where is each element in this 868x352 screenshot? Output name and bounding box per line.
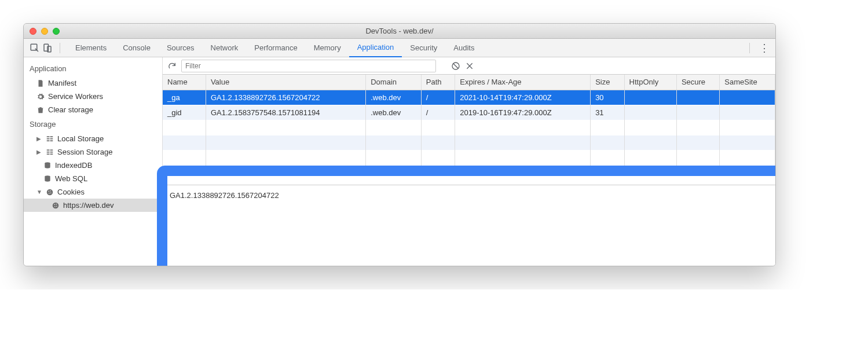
- cell-secure: [676, 105, 719, 120]
- cell-value: GA1.2.1583757548.1571081194: [206, 105, 365, 120]
- col-path[interactable]: Path: [421, 75, 455, 90]
- device-toggle-icon[interactable]: [42, 43, 53, 53]
- sidebar-item-label: Clear storage: [48, 105, 93, 114]
- refresh-icon[interactable]: [167, 61, 177, 71]
- sidebar-item-session-storage[interactable]: ▶ Session Storage: [24, 145, 162, 159]
- sidebar-item-service-workers[interactable]: Service Workers: [24, 90, 162, 103]
- cell-expires: 2021-10-14T19:47:29.000Z: [455, 90, 591, 105]
- database-icon: [43, 162, 52, 170]
- tab-console[interactable]: Console: [115, 39, 159, 57]
- inspect-icon[interactable]: [30, 43, 40, 53]
- svg-point-24: [56, 203, 57, 204]
- database-icon: [43, 175, 52, 183]
- sidebar-item-cookies[interactable]: ▼ Cookies: [24, 185, 162, 199]
- svg-rect-5: [47, 138, 50, 139]
- cell-samesite: [720, 90, 775, 105]
- expand-arrow-icon: ▶: [36, 135, 42, 142]
- svg-rect-10: [50, 149, 53, 151]
- col-secure[interactable]: Secure: [676, 75, 719, 90]
- sidebar-item-clear-storage[interactable]: Clear storage: [24, 103, 162, 116]
- cell-name: _ga: [163, 90, 206, 105]
- application-sidebar: Application Manifest Service Workers Cle…: [24, 57, 163, 266]
- tab-performance[interactable]: Performance: [246, 39, 305, 57]
- table-row[interactable]: _gid GA1.2.1583757548.1571081194 .web.de…: [163, 105, 775, 120]
- sidebar-group-storage: Storage: [24, 116, 162, 132]
- trash-icon: [36, 106, 45, 114]
- cell-expires: 2019-10-16T19:47:29.000Z: [455, 105, 591, 120]
- svg-rect-6: [50, 138, 53, 139]
- cookie-icon: [46, 188, 54, 196]
- svg-rect-12: [50, 151, 53, 152]
- table-row-empty: [163, 135, 775, 150]
- col-httponly[interactable]: HttpOnly: [624, 75, 676, 90]
- svg-rect-14: [50, 153, 53, 155]
- devtools-window: DevTools - web.dev/ Elements Console Sou…: [23, 23, 776, 266]
- table-row-empty: [163, 150, 775, 165]
- panel-body: Application Manifest Service Workers Cle…: [24, 57, 775, 266]
- svg-rect-3: [47, 136, 50, 137]
- sidebar-item-manifest[interactable]: Manifest: [24, 76, 162, 90]
- grid-icon: [46, 135, 54, 143]
- tab-application[interactable]: Application: [349, 39, 402, 57]
- cookies-main-panel: Name Value Domain Path Expires / Max-Age…: [163, 57, 775, 266]
- grid-icon: [46, 148, 54, 156]
- delete-selected-icon[interactable]: [465, 61, 474, 71]
- filter-toolbar: [163, 57, 775, 75]
- svg-rect-11: [47, 151, 50, 152]
- svg-point-23: [54, 204, 55, 205]
- table-row[interactable]: _ga GA1.2.1338892726.1567204722 .web.dev…: [163, 90, 775, 105]
- tab-audits[interactable]: Audits: [445, 39, 482, 57]
- tab-elements[interactable]: Elements: [67, 39, 115, 57]
- clear-all-icon[interactable]: [451, 61, 460, 71]
- cookies-table-wrap: Name Value Domain Path Expires / Max-Age…: [163, 75, 775, 185]
- cookie-detail-pane: GA1.2.1338892726.1567204722: [163, 185, 775, 266]
- sidebar-item-label: https://web.dev: [63, 201, 113, 210]
- svg-rect-4: [50, 136, 53, 137]
- cell-httponly: [624, 105, 676, 120]
- sidebar-item-label: IndexedDB: [55, 161, 92, 170]
- cell-httponly: [624, 90, 676, 105]
- sidebar-item-label: Service Workers: [48, 92, 103, 101]
- table-header-row: Name Value Domain Path Expires / Max-Age…: [163, 75, 775, 90]
- tab-network[interactable]: Network: [203, 39, 247, 57]
- col-samesite[interactable]: SameSite: [720, 75, 775, 90]
- col-domain[interactable]: Domain: [366, 75, 422, 90]
- toolbar-separator: [60, 43, 60, 53]
- sidebar-item-indexeddb[interactable]: IndexedDB: [24, 159, 162, 172]
- table-row-empty: [163, 120, 775, 135]
- sidebar-item-cookie-origin[interactable]: https://web.dev: [24, 199, 162, 212]
- sidebar-item-websql[interactable]: Web SQL: [24, 172, 162, 185]
- svg-point-17: [47, 189, 53, 195]
- cell-value: GA1.2.1338892726.1567204722: [206, 90, 365, 105]
- svg-rect-13: [47, 153, 50, 155]
- cell-size: 30: [591, 90, 624, 105]
- tab-security[interactable]: Security: [402, 39, 445, 57]
- cookie-detail-value: GA1.2.1338892726.1567204722: [170, 191, 279, 200]
- col-expires[interactable]: Expires / Max-Age: [455, 75, 591, 90]
- sidebar-item-label: Web SQL: [55, 174, 87, 183]
- filter-input[interactable]: [181, 60, 436, 72]
- sidebar-item-local-storage[interactable]: ▶ Local Storage: [24, 132, 162, 145]
- cell-samesite: [720, 105, 775, 120]
- file-icon: [36, 79, 45, 87]
- more-menu-icon[interactable]: ⋮: [759, 43, 770, 53]
- collapse-arrow-icon: ▼: [36, 189, 42, 195]
- cell-secure: [676, 90, 719, 105]
- col-size[interactable]: Size: [591, 75, 624, 90]
- svg-rect-9: [47, 149, 50, 151]
- svg-point-26: [56, 206, 57, 207]
- cell-path: /: [421, 90, 455, 105]
- svg-point-22: [53, 202, 59, 208]
- svg-point-18: [48, 190, 49, 192]
- expand-arrow-icon: ▶: [36, 149, 42, 155]
- col-value[interactable]: Value: [206, 75, 365, 90]
- tab-memory[interactable]: Memory: [306, 39, 349, 57]
- sidebar-item-label: Session Storage: [57, 148, 112, 156]
- col-name[interactable]: Name: [163, 75, 206, 90]
- cell-name: _gid: [163, 105, 206, 120]
- svg-point-19: [50, 190, 51, 191]
- cell-size: 31: [591, 105, 624, 120]
- gear-icon: [36, 93, 45, 101]
- tab-sources[interactable]: Sources: [159, 39, 203, 57]
- panel-tabs: Elements Console Sources Network Perform…: [67, 39, 482, 57]
